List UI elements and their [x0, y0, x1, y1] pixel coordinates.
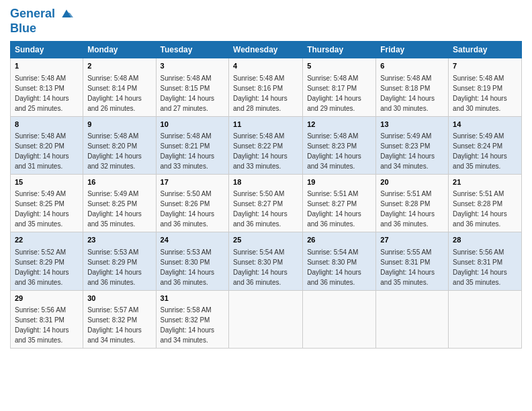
- day-number: 18: [233, 177, 298, 187]
- day-info: Sunrise: 5:48 AMSunset: 8:18 PMDaylight:…: [380, 75, 435, 112]
- calendar-cell: 16Sunrise: 5:49 AMSunset: 8:25 PMDayligh…: [83, 174, 156, 232]
- day-number: 1: [15, 61, 79, 71]
- day-number: 7: [453, 61, 517, 71]
- calendar-cell: 25Sunrise: 5:54 AMSunset: 8:30 PMDayligh…: [229, 232, 303, 290]
- day-info: Sunrise: 5:48 AMSunset: 8:15 PMDaylight:…: [161, 75, 215, 112]
- calendar-cell: 26Sunrise: 5:54 AMSunset: 8:30 PMDayligh…: [303, 232, 376, 290]
- day-info: Sunrise: 5:50 AMSunset: 8:27 PMDaylight:…: [233, 190, 287, 228]
- day-info: Sunrise: 5:51 AMSunset: 8:28 PMDaylight:…: [453, 190, 507, 228]
- day-info: Sunrise: 5:51 AMSunset: 8:27 PMDaylight:…: [307, 190, 361, 228]
- calendar-cell: 21Sunrise: 5:51 AMSunset: 8:28 PMDayligh…: [449, 174, 522, 232]
- calendar-cell: 12Sunrise: 5:48 AMSunset: 8:23 PMDayligh…: [303, 116, 376, 174]
- calendar-week-row: 22Sunrise: 5:52 AMSunset: 8:29 PMDayligh…: [11, 232, 522, 290]
- calendar-cell: 11Sunrise: 5:48 AMSunset: 8:22 PMDayligh…: [229, 116, 303, 174]
- day-number: 8: [15, 120, 79, 130]
- calendar-cell: 9Sunrise: 5:48 AMSunset: 8:20 PMDaylight…: [83, 116, 156, 174]
- day-info: Sunrise: 5:48 AMSunset: 8:21 PMDaylight:…: [161, 132, 215, 170]
- day-info: Sunrise: 5:49 AMSunset: 8:23 PMDaylight:…: [380, 132, 435, 170]
- day-number: 29: [15, 293, 79, 304]
- day-info: Sunrise: 5:48 AMSunset: 8:14 PMDaylight:…: [87, 75, 142, 112]
- day-info: Sunrise: 5:58 AMSunset: 8:32 PMDaylight:…: [161, 306, 215, 344]
- day-number: 6: [380, 61, 444, 71]
- day-number: 22: [15, 235, 79, 245]
- calendar-week-row: 29Sunrise: 5:56 AMSunset: 8:31 PMDayligh…: [11, 290, 522, 348]
- calendar-cell: 2Sunrise: 5:48 AMSunset: 8:14 PMDaylight…: [83, 58, 156, 116]
- day-info: Sunrise: 5:48 AMSunset: 8:20 PMDaylight:…: [87, 132, 142, 170]
- day-number: 21: [453, 177, 517, 187]
- logo-icon: [60, 7, 73, 21]
- day-number: 15: [15, 177, 79, 187]
- day-info: Sunrise: 5:49 AMSunset: 8:25 PMDaylight:…: [15, 190, 69, 228]
- day-number: 14: [453, 120, 517, 130]
- day-info: Sunrise: 5:48 AMSunset: 8:22 PMDaylight:…: [233, 132, 287, 170]
- logo-subtext: Blue: [10, 21, 73, 36]
- day-number: 4: [233, 61, 298, 71]
- day-info: Sunrise: 5:48 AMSunset: 8:19 PMDaylight:…: [453, 75, 507, 112]
- weekday-header: Saturday: [449, 42, 522, 58]
- calendar-week-row: 8Sunrise: 5:48 AMSunset: 8:20 PMDaylight…: [11, 116, 522, 174]
- weekday-header: Wednesday: [229, 42, 303, 58]
- day-number: 5: [307, 61, 371, 71]
- day-info: Sunrise: 5:56 AMSunset: 8:31 PMDaylight:…: [453, 248, 507, 286]
- logo-text: General: [10, 7, 73, 21]
- day-info: Sunrise: 5:50 AMSunset: 8:26 PMDaylight:…: [161, 190, 215, 228]
- day-number: 23: [87, 235, 151, 245]
- calendar-cell: 6Sunrise: 5:48 AMSunset: 8:18 PMDaylight…: [376, 58, 449, 116]
- day-number: 2: [87, 61, 151, 71]
- weekday-header: Tuesday: [156, 42, 229, 58]
- calendar-cell: 18Sunrise: 5:50 AMSunset: 8:27 PMDayligh…: [229, 174, 303, 232]
- day-info: Sunrise: 5:48 AMSunset: 8:13 PMDaylight:…: [15, 75, 69, 112]
- day-number: 13: [380, 120, 444, 130]
- day-number: 17: [161, 177, 225, 187]
- day-info: Sunrise: 5:56 AMSunset: 8:31 PMDaylight:…: [15, 306, 69, 344]
- calendar-cell: 15Sunrise: 5:49 AMSunset: 8:25 PMDayligh…: [11, 174, 83, 232]
- calendar-cell: 5Sunrise: 5:48 AMSunset: 8:17 PMDaylight…: [303, 58, 376, 116]
- calendar-cell: 13Sunrise: 5:49 AMSunset: 8:23 PMDayligh…: [376, 116, 449, 174]
- day-number: 3: [161, 61, 225, 71]
- day-info: Sunrise: 5:52 AMSunset: 8:29 PMDaylight:…: [15, 248, 69, 286]
- day-info: Sunrise: 5:51 AMSunset: 8:28 PMDaylight:…: [380, 190, 435, 228]
- calendar-cell: 4Sunrise: 5:48 AMSunset: 8:16 PMDaylight…: [229, 58, 303, 116]
- calendar-cell: 8Sunrise: 5:48 AMSunset: 8:20 PMDaylight…: [11, 116, 83, 174]
- calendar-cell: 3Sunrise: 5:48 AMSunset: 8:15 PMDaylight…: [156, 58, 229, 116]
- weekday-header: Thursday: [303, 42, 376, 58]
- calendar-cell: 1Sunrise: 5:48 AMSunset: 8:13 PMDaylight…: [11, 58, 83, 116]
- calendar-cell: 7Sunrise: 5:48 AMSunset: 8:19 PMDaylight…: [449, 58, 522, 116]
- day-number: 31: [161, 293, 225, 304]
- header: General Blue: [10, 7, 522, 36]
- calendar-cell: [449, 290, 522, 348]
- day-number: 24: [161, 235, 225, 245]
- calendar-cell: 23Sunrise: 5:53 AMSunset: 8:29 PMDayligh…: [83, 232, 156, 290]
- calendar-table: SundayMondayTuesdayWednesdayThursdayFrid…: [10, 41, 522, 349]
- calendar-cell: 30Sunrise: 5:57 AMSunset: 8:32 PMDayligh…: [83, 290, 156, 348]
- day-number: 20: [380, 177, 444, 187]
- day-number: 25: [233, 235, 298, 245]
- day-info: Sunrise: 5:49 AMSunset: 8:24 PMDaylight:…: [453, 132, 507, 170]
- calendar-cell: 28Sunrise: 5:56 AMSunset: 8:31 PMDayligh…: [449, 232, 522, 290]
- calendar-cell: 24Sunrise: 5:53 AMSunset: 8:30 PMDayligh…: [156, 232, 229, 290]
- calendar-week-row: 1Sunrise: 5:48 AMSunset: 8:13 PMDaylight…: [11, 58, 522, 116]
- weekday-header: Monday: [83, 42, 156, 58]
- day-info: Sunrise: 5:55 AMSunset: 8:31 PMDaylight:…: [380, 248, 435, 286]
- day-number: 28: [453, 235, 517, 245]
- weekday-header: Friday: [376, 42, 449, 58]
- day-number: 10: [161, 120, 225, 130]
- calendar-cell: 29Sunrise: 5:56 AMSunset: 8:31 PMDayligh…: [11, 290, 83, 348]
- logo: General Blue: [10, 7, 73, 36]
- page-container: General Blue SundayMondayTuesdayWednesda…: [0, 0, 532, 411]
- calendar-cell: 17Sunrise: 5:50 AMSunset: 8:26 PMDayligh…: [156, 174, 229, 232]
- day-info: Sunrise: 5:53 AMSunset: 8:29 PMDaylight:…: [87, 248, 142, 286]
- day-number: 27: [380, 235, 444, 245]
- calendar-cell: 22Sunrise: 5:52 AMSunset: 8:29 PMDayligh…: [11, 232, 83, 290]
- day-info: Sunrise: 5:48 AMSunset: 8:16 PMDaylight:…: [233, 75, 287, 112]
- day-number: 16: [87, 177, 151, 187]
- day-info: Sunrise: 5:54 AMSunset: 8:30 PMDaylight:…: [307, 248, 361, 286]
- day-info: Sunrise: 5:54 AMSunset: 8:30 PMDaylight:…: [233, 248, 287, 286]
- day-number: 30: [87, 293, 151, 304]
- calendar-cell: 19Sunrise: 5:51 AMSunset: 8:27 PMDayligh…: [303, 174, 376, 232]
- day-info: Sunrise: 5:53 AMSunset: 8:30 PMDaylight:…: [161, 248, 215, 286]
- day-info: Sunrise: 5:49 AMSunset: 8:25 PMDaylight:…: [87, 190, 142, 228]
- day-info: Sunrise: 5:57 AMSunset: 8:32 PMDaylight:…: [87, 306, 142, 344]
- calendar-cell: 14Sunrise: 5:49 AMSunset: 8:24 PMDayligh…: [449, 116, 522, 174]
- calendar-cell: 20Sunrise: 5:51 AMSunset: 8:28 PMDayligh…: [376, 174, 449, 232]
